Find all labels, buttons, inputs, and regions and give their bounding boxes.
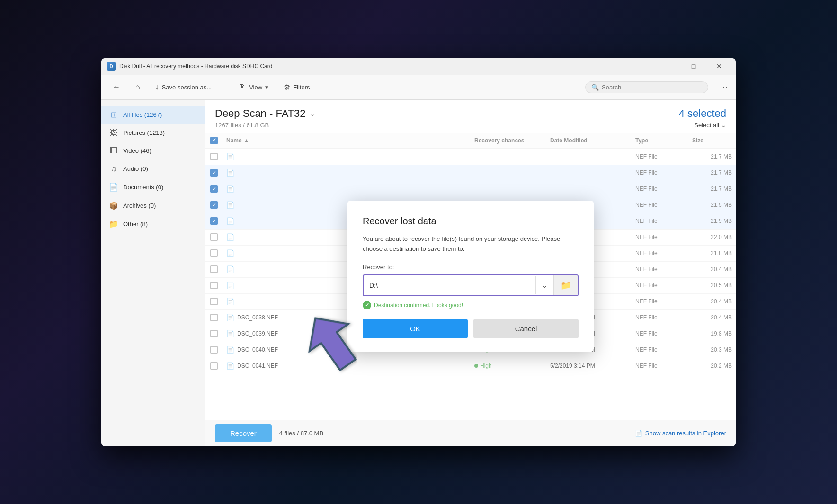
bottom-bar: Recover 4 files / 87.0 MB 📄 Show scan re… [205,420,736,446]
app-icon: D [107,62,116,71]
search-bar: 🔍 [585,81,708,93]
destination-dropdown-icon[interactable]: ⌄ [535,276,553,294]
recover-dialog: Recover lost data You are about to recov… [347,201,594,352]
home-button[interactable]: ⌂ [132,81,144,93]
content-area: Deep Scan - FAT32 ⌄ 1267 files / 61.8 GB… [205,100,736,446]
browse-button[interactable]: 📁 [553,275,578,295]
filters-label: Filters [293,84,310,91]
modal-buttons: OK Cancel [363,319,579,338]
save-session-button[interactable]: ↓ Save session as... [151,81,216,93]
video-icon: 🎞 [109,147,118,155]
main-area: ⊞ All files (1267) 🖼 Pictures (1213) 🎞 V… [101,100,736,446]
show-explorer-button[interactable]: 📄 Show scan results in Explorer [635,430,726,437]
audio-icon: ♫ [109,165,118,173]
save-icon: ↓ [155,83,159,91]
modal-title: Recover lost data [363,216,579,227]
sidebar-item-pictures[interactable]: 🖼 Pictures (1213) [101,124,205,142]
video-label: Video (46) [123,147,151,154]
back-icon: ← [113,83,120,91]
destination-select[interactable]: D:\ [364,277,535,294]
sidebar-item-video[interactable]: 🎞 Video (46) [101,142,205,160]
search-input[interactable] [602,84,696,91]
file-summary: 4 files / 87.0 MB [279,430,323,437]
toolbar-separator [225,81,225,93]
window-controls: ― □ ✕ [657,59,730,73]
scan-chevron-icon[interactable]: ⌄ [310,109,316,118]
maximize-button[interactable]: □ [683,59,704,73]
sidebar-item-archives[interactable]: 📦 Archives (0) [101,196,205,215]
view-chevron-icon: ▾ [265,84,268,91]
titlebar: D Disk Drill - All recovery methods - Ha… [101,58,736,75]
documents-icon: 📄 [109,183,118,192]
svg-marker-0 [296,314,357,378]
back-button[interactable]: ← [109,81,124,93]
other-label: Other (8) [123,221,148,228]
more-options-icon[interactable]: ⋯ [720,82,728,92]
selected-info: 4 selected Select all ⌄ [679,107,726,129]
destination-confirm: ✓ Destination confirmed. Looks good! [363,301,579,309]
view-label: View [249,84,262,91]
window-title: Disk Drill - All recovery methods - Hard… [119,63,657,70]
modal-overlay: Recover lost data You are about to recov… [205,133,736,420]
toolbar: ← ⌂ ↓ Save session as... 🗎 View ▾ ⚙ Filt… [101,75,736,100]
recover-button[interactable]: Recover [215,424,272,442]
sidebar-item-documents[interactable]: 📄 Documents (0) [101,178,205,196]
pictures-label: Pictures (1213) [123,129,165,136]
search-icon: 🔍 [591,84,599,91]
scan-title: Deep Scan - FAT32 ⌄ [215,107,316,120]
filters-icon: ⚙ [284,83,290,92]
audio-label: Audio (0) [123,165,148,172]
archives-icon: 📦 [109,201,118,210]
app-window: D Disk Drill - All recovery methods - Ha… [101,58,736,446]
view-button[interactable]: 🗎 View ▾ [235,81,272,93]
sidebar-item-all-files[interactable]: ⊞ All files (1267) [101,106,205,124]
archives-label: Archives (0) [123,202,156,209]
minimize-button[interactable]: ― [657,59,679,73]
save-session-label: Save session as... [162,84,212,91]
file-count: 1267 files / 61.8 GB [215,122,316,129]
modal-recover-label: Recover to: [363,264,579,271]
view-icon: 🗎 [239,83,246,91]
content-header: Deep Scan - FAT32 ⌄ 1267 files / 61.8 GB… [205,100,736,133]
scan-info: Deep Scan - FAT32 ⌄ 1267 files / 61.8 GB [215,107,316,129]
select-all-button[interactable]: Select all ⌄ [679,122,726,129]
all-files-icon: ⊞ [109,110,118,119]
ok-button[interactable]: OK [363,319,468,338]
other-icon: 📁 [109,220,118,229]
sidebar: ⊞ All files (1267) 🖼 Pictures (1213) 🎞 V… [101,100,205,446]
destination-row: D:\ ⌄ 📁 [363,274,579,296]
documents-label: Documents (0) [123,184,163,191]
close-button[interactable]: ✕ [708,59,730,73]
confirm-checkmark-icon: ✓ [363,301,371,309]
home-icon: ⌂ [135,83,140,91]
modal-description: You are about to recover the file(s) fou… [363,234,579,254]
sidebar-item-other[interactable]: 📁 Other (8) [101,215,205,233]
file-table-container: ✓ Name ▲ Recovery chances Date Modified … [205,133,736,420]
sidebar-item-audio[interactable]: ♫ Audio (0) [101,160,205,178]
select-all-chevron-icon: ⌄ [721,122,726,129]
select-all-label: Select all [694,122,719,129]
confirm-text: Destination confirmed. Looks good! [374,302,463,309]
pictures-icon: 🖼 [109,129,118,137]
all-files-label: All files (1267) [123,111,162,118]
selected-count: 4 selected [679,107,726,120]
filters-button[interactable]: ⚙ Filters [280,81,313,94]
cancel-button[interactable]: Cancel [473,319,579,338]
explorer-icon: 📄 [635,430,642,437]
arrow-annotation [291,314,357,380]
show-explorer-label: Show scan results in Explorer [645,430,726,437]
